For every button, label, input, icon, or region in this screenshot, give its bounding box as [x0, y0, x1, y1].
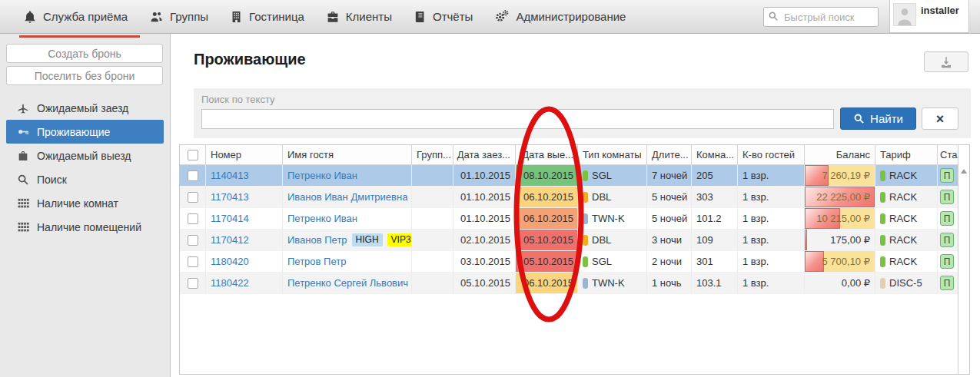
column-header-group[interactable]: Групп... — [411, 145, 453, 164]
cell-balance: 5 700,10 ₽ — [804, 251, 875, 273]
sidebar-item-premises-availability[interactable]: Наличие помещений — [6, 215, 164, 239]
export-button[interactable] — [924, 51, 968, 72]
vertical-scrollbar[interactable] — [958, 145, 969, 374]
column-header-label: Дата вые... — [522, 149, 573, 160]
column-header-guest[interactable]: Имя гостя — [282, 145, 411, 164]
status-badge: П — [940, 211, 954, 226]
table-row[interactable]: 1170412 Иванов ПетрHIGHVIP3 02.10.2015 0… — [180, 230, 969, 251]
cell-group — [411, 230, 453, 251]
table-row[interactable]: 1170414 Петренко Иван 01.10.2015 06.10.2… — [180, 208, 969, 230]
cell-duration: 5 ночей — [646, 187, 691, 208]
cell-number[interactable]: 1180422 — [205, 273, 282, 294]
cell-duration: 2 ночи — [646, 251, 691, 273]
select-all-checkbox[interactable] — [188, 150, 198, 160]
cell-number[interactable]: 1140413 — [205, 165, 282, 187]
cell-status: П — [937, 187, 959, 208]
nav-item-reception[interactable]: Служба приёма — [12, 0, 138, 33]
row-checkbox[interactable] — [188, 192, 198, 203]
column-header-balance[interactable]: Баланс — [804, 145, 875, 164]
cell-duration: 3 ночи — [646, 230, 691, 251]
users-icon — [149, 10, 164, 24]
nav-item-reports[interactable]: Отчёты — [403, 0, 483, 33]
cell-room-number: 109 — [691, 230, 737, 251]
column-header-tariff[interactable]: Тариф — [875, 145, 937, 164]
nav-item-label: Гостиница — [249, 10, 304, 23]
cell-guest[interactable]: Петренко Сергей Львович — [282, 273, 411, 294]
cell-tariff: RACK — [875, 251, 937, 273]
checkin-without-booking-button[interactable]: Поселить без брони — [6, 66, 163, 85]
column-header-label: К-во гостей — [742, 149, 795, 160]
cell-guest[interactable]: Петренко Иван — [282, 208, 411, 230]
cell-room-number: 103.1 — [691, 273, 737, 294]
nav-item-clients[interactable]: Клиенты — [315, 0, 403, 33]
sidebar: Создать броньПоселить без брони Ожидаемы… — [0, 34, 171, 377]
create-booking-button[interactable]: Создать бронь — [6, 44, 163, 63]
nav-item-label: Клиенты — [346, 10, 392, 23]
balance-debt-bar — [805, 230, 807, 250]
row-checkbox[interactable] — [188, 235, 198, 246]
cell-guest[interactable]: Иванов Иван Дмитриевна — [282, 187, 411, 208]
column-header-room[interactable]: Комна... — [691, 145, 737, 164]
user-menu[interactable]: installer — [889, 0, 969, 33]
row-checkbox[interactable] — [188, 170, 198, 181]
guest-badge-vip: VIP3 — [387, 233, 411, 246]
column-header-guest-count[interactable]: К-во гостей — [737, 145, 804, 164]
cell-guest[interactable]: Петров Петр — [282, 251, 411, 273]
row-checkbox[interactable] — [188, 278, 198, 289]
page-title: Проживающие — [194, 51, 306, 68]
nav-item-hotel[interactable]: Гостиница — [219, 0, 315, 33]
cell-departure-date: 08.10.2015 — [515, 165, 577, 187]
cell-guest-count: 1 взр. — [737, 187, 804, 208]
nav-item-label: Администрирование — [516, 10, 626, 23]
topbar: Служба приёмаГруппыГостиницаКлиентыОтчёт… — [0, 0, 980, 34]
cell-number[interactable]: 1170412 — [205, 230, 282, 251]
grid-icon — [15, 221, 31, 233]
cell-number[interactable]: 1180420 — [205, 251, 282, 273]
find-button[interactable]: Найти — [840, 107, 916, 130]
column-header-room-type[interactable]: Тип комнаты — [577, 145, 646, 164]
sidebar-item-room-availability[interactable]: Наличие комнат — [6, 191, 164, 215]
column-header-number[interactable]: Номер — [205, 145, 282, 164]
text-search-panel: Поиск по тексту Найти × — [194, 88, 971, 138]
cell-select — [180, 208, 205, 230]
table-row[interactable]: 1180422 Петренко Сергей Львович 05.10.20… — [180, 273, 969, 294]
row-checkbox[interactable] — [188, 256, 198, 267]
cell-status: П — [937, 251, 959, 273]
table-row[interactable]: 1140413 Петренко Иван 01.10.2015 08.10.2… — [180, 165, 969, 187]
column-header-duration[interactable]: Длите... — [646, 145, 691, 164]
sidebar-item-expected-departure[interactable]: Ожидаемый выезд — [6, 144, 164, 167]
cell-arrival-date: 05.10.2015 — [453, 273, 515, 294]
clear-search-button[interactable]: × — [922, 107, 958, 130]
table-row[interactable]: 1180420 Петров Петр 03.10.2015 05.10.201… — [180, 251, 969, 273]
sidebar-item-expected-arrival[interactable]: Ожидаемый заезд — [6, 96, 164, 120]
cell-room-type: DBL — [577, 187, 646, 208]
cell-arrival-date: 01.10.2015 — [453, 187, 515, 208]
quick-search-input[interactable] — [763, 7, 879, 27]
bell-icon — [23, 10, 37, 24]
tariff-color-icon — [880, 192, 885, 203]
table-row[interactable]: 1170413 Иванов Иван Дмитриевна 01.10.201… — [180, 187, 969, 208]
nav-item-groups[interactable]: Группы — [138, 0, 219, 33]
sidebar-item-search[interactable]: Поиск — [6, 167, 164, 191]
cell-guest[interactable]: Иванов ПетрHIGHVIP3 — [282, 230, 411, 251]
cell-room-number: 301 — [691, 251, 737, 273]
cell-arrival-date: 01.10.2015 — [453, 208, 515, 230]
guest-badge-high: HIGH — [352, 233, 383, 246]
scroll-up-arrow-icon[interactable] — [961, 169, 967, 174]
nav-item-administration[interactable]: Администрирование — [483, 0, 636, 33]
row-checkbox[interactable] — [188, 213, 198, 224]
column-header-status[interactable]: Ста — [937, 145, 959, 164]
cell-guest[interactable]: Петренко Иван — [282, 165, 411, 187]
cell-number[interactable]: 1170414 — [205, 208, 282, 230]
cell-departure-date: 06.10.2015 — [515, 208, 577, 230]
sidebar-item-label: Проживающие — [37, 126, 110, 138]
column-header-label: Номер — [211, 149, 241, 160]
cell-duration: 5 ночей — [646, 208, 691, 230]
cell-number[interactable]: 1170413 — [205, 187, 282, 208]
column-header-label: Тариф — [880, 149, 911, 160]
column-header-select[interactable] — [180, 145, 205, 164]
sidebar-item-residents[interactable]: Проживающие — [6, 120, 164, 144]
column-header-arrival[interactable]: Дата заез... — [453, 145, 515, 164]
column-header-departure[interactable]: Дата вые... — [515, 145, 577, 164]
text-search-input[interactable] — [201, 109, 834, 129]
